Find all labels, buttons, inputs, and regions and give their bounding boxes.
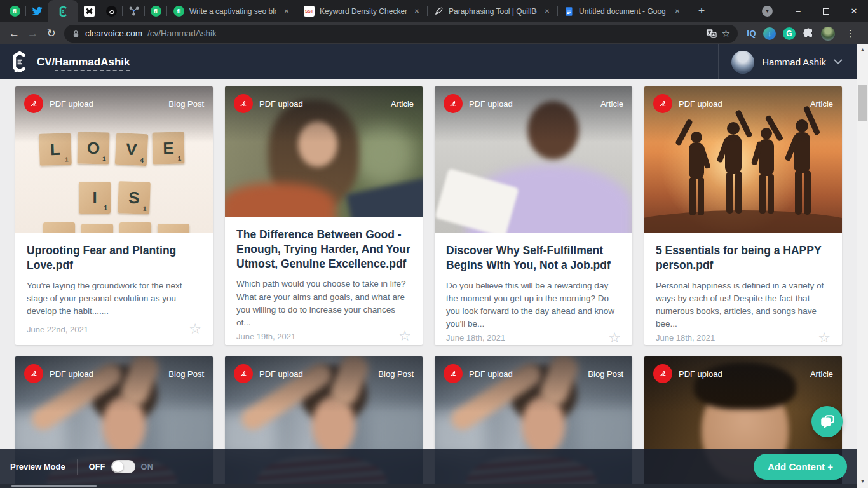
- card-body: The Difference Between Good - Enough, Tr…: [225, 217, 423, 345]
- category-label: Blog Post: [588, 369, 623, 379]
- card-date: June 22nd, 2021: [27, 325, 88, 334]
- add-content-button[interactable]: Add Content +: [754, 454, 847, 480]
- close-tab-icon[interactable]: ✕: [542, 6, 552, 17]
- chat-widget-button[interactable]: [811, 406, 843, 437]
- horizontal-scrollbar[interactable]: [0, 484, 857, 488]
- translate-icon[interactable]: [706, 28, 717, 39]
- grammarly-extension-icon[interactable]: G: [783, 27, 796, 40]
- tab-separator: [688, 6, 688, 16]
- minimize-button[interactable]: –: [784, 0, 812, 22]
- card-title[interactable]: The Difference Between Good - Enough, Tr…: [236, 227, 411, 271]
- reload-button[interactable]: ↻: [42, 24, 60, 43]
- extensions-row: IQ ↓ G ⋮: [743, 27, 863, 41]
- vertical-scroll-thumb[interactable]: [858, 85, 867, 121]
- card-description: You're laying the groundwork for the nex…: [27, 280, 201, 318]
- tab-title: Write a captivating seo blo: [189, 7, 276, 16]
- pdf-upload-icon: [24, 94, 43, 113]
- toggle-off-label: OFF: [89, 463, 105, 471]
- tab-untitled-document[interactable]: Untitled document - Goog ✕: [558, 0, 688, 22]
- close-tab-icon[interactable]: ✕: [281, 6, 292, 17]
- address-bar[interactable]: clearvoice.com/cv/HammadAshik ☆: [64, 25, 738, 43]
- scrabble-tile: [158, 224, 189, 233]
- content-card[interactable]: PDF upload Article 5 Essentials for bein…: [644, 86, 842, 345]
- scrabble-tile: I1: [79, 182, 111, 214]
- horizontal-scroll-thumb[interactable]: [11, 485, 97, 487]
- card-title[interactable]: 5 Essentials for being a HAPPY person.pd…: [656, 243, 831, 273]
- card-banner: PDF upload Article: [435, 86, 632, 142]
- user-name: Hammad Ashik: [762, 57, 826, 67]
- profile-handle[interactable]: HammadAshik: [55, 56, 130, 71]
- card-title[interactable]: Discover Why Self-Fulfillment Begins Wit…: [446, 243, 621, 273]
- toggle-knob[interactable]: [112, 461, 123, 472]
- portfolio-content: PDF upload Blog Post L1 O1 V4 E1 I1 S1 U…: [0, 79, 868, 488]
- favorite-star-icon[interactable]: ☆: [608, 331, 621, 345]
- window-controls: ▾ – ✕: [762, 0, 868, 22]
- category-label: Blog Post: [168, 99, 204, 109]
- card-photo: PDF upload Article: [225, 86, 423, 217]
- fiverr-icon: fi: [151, 6, 161, 17]
- share-nodes-icon: [128, 6, 139, 17]
- category-label: Article: [810, 369, 833, 379]
- url-host: clearvoice.com: [85, 29, 142, 38]
- breadcrumb[interactable]: CV/HammadAshik: [37, 56, 130, 69]
- tab-paraphrasing-tool[interactable]: Paraphrasing Tool | QuillBo ✕: [428, 0, 557, 22]
- user-menu[interactable]: Hammad Ashik: [718, 44, 843, 79]
- card-photo: PDF upload Article: [435, 86, 632, 233]
- tab-title: Untitled document - Goog: [579, 7, 667, 16]
- close-tab-icon[interactable]: ✕: [672, 6, 682, 17]
- clearvoice-tab-icon: [58, 6, 69, 17]
- clearvoice-logo[interactable]: [10, 51, 29, 72]
- new-tab-button[interactable]: +: [692, 2, 711, 21]
- pdf-upload-icon: [234, 94, 253, 113]
- pinned-tab-share-nodes[interactable]: [123, 0, 144, 22]
- back-button[interactable]: ←: [5, 24, 24, 43]
- tab-keyword-density[interactable]: SST Keyword Density Checker | ✕: [297, 0, 427, 22]
- card-grid: PDF upload Blog Post L1 O1 V4 E1 I1 S1 U…: [15, 86, 853, 488]
- maximize-button[interactable]: [812, 0, 840, 22]
- scroll-down-arrow[interactable]: ▼: [857, 479, 868, 484]
- user-avatar[interactable]: [731, 51, 754, 74]
- card-photo: PDF upload Article: [644, 86, 842, 233]
- vertical-scrollbar[interactable]: ▲ ▼: [857, 44, 868, 488]
- chevron-down-icon[interactable]: [834, 59, 843, 65]
- iq-extension-icon[interactable]: IQ: [747, 29, 756, 38]
- browser-menu-icon[interactable]: ⋮: [842, 28, 859, 39]
- site-header: CV/HammadAshik Hammad Ashik: [0, 44, 868, 79]
- forward-button[interactable]: →: [24, 24, 42, 43]
- pinned-tab-fiverr[interactable]: fi: [4, 0, 25, 22]
- pinned-tab-fiverr-2[interactable]: fi: [145, 0, 166, 22]
- favorite-star-icon[interactable]: ☆: [189, 322, 201, 336]
- idm-extension-icon[interactable]: ↓: [763, 27, 776, 40]
- content-card[interactable]: PDF upload Blog Post L1 O1 V4 E1 I1 S1 U…: [15, 86, 213, 345]
- preview-mode-label: Preview Mode: [10, 462, 65, 471]
- preview-mode-toggle[interactable]: [111, 460, 135, 473]
- bookmark-star-icon[interactable]: ☆: [722, 28, 730, 39]
- pinned-tab-clearvoice-active[interactable]: [48, 0, 78, 22]
- scroll-up-arrow[interactable]: ▲: [857, 44, 868, 53]
- browser-tab-strip: fi fi fi Write a captivating seo blo ✕ S…: [0, 0, 868, 22]
- favorite-star-icon[interactable]: ☆: [398, 329, 411, 343]
- sst-icon: SST: [304, 6, 315, 17]
- content-card[interactable]: PDF upload Article The Difference Betwee…: [225, 86, 423, 345]
- pinned-tab-white-square[interactable]: [78, 0, 100, 22]
- badge-label: PDF upload: [679, 99, 722, 109]
- browser-toolbar: ← → ↻ clearvoice.com/cv/HammadAshik ☆ IQ…: [0, 22, 868, 44]
- card-date: June 18th, 2021: [446, 333, 505, 342]
- content-card[interactable]: PDF upload Article Discover Why Self-Ful…: [435, 86, 632, 345]
- favorite-star-icon[interactable]: ☆: [818, 331, 831, 345]
- close-tab-icon[interactable]: ✕: [412, 6, 422, 17]
- card-date: June 18th, 2021: [656, 333, 715, 342]
- close-window-button[interactable]: ✕: [840, 0, 868, 22]
- card-banner: PDF upload Blog Post: [15, 356, 213, 412]
- card-description: Do you believe this will be a rewarding …: [446, 280, 621, 331]
- pinned-tab-twitter[interactable]: [26, 0, 48, 22]
- pinned-tab-dark-swirl[interactable]: [100, 0, 122, 22]
- pdf-upload-icon: [444, 364, 463, 383]
- tab-seo-blog[interactable]: fi Write a captivating seo blo ✕: [167, 0, 297, 22]
- card-banner: PDF upload Article: [644, 356, 842, 412]
- browser-profile-avatar[interactable]: [821, 27, 835, 41]
- extensions-puzzle-icon[interactable]: [803, 28, 814, 39]
- card-title[interactable]: Uprooting Fear and Planting Love.pdf: [27, 243, 201, 273]
- tab-search-icon[interactable]: ▾: [762, 6, 773, 17]
- card-banner: PDF upload Article: [644, 86, 842, 142]
